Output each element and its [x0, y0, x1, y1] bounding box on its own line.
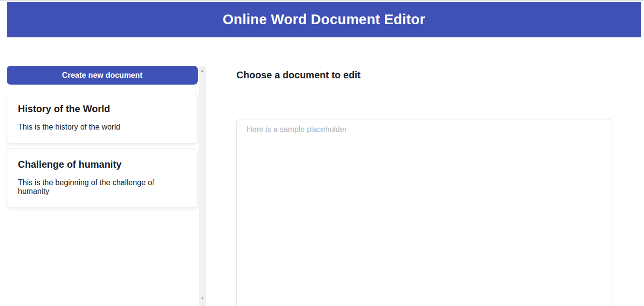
- document-card-title: History of the World: [18, 103, 187, 115]
- document-card-description: This is the beginning of the challenge o…: [18, 178, 187, 196]
- sidebar: Create new document History of the World…: [7, 66, 198, 213]
- main-heading: Choose a document to edit: [236, 70, 361, 81]
- document-card[interactable]: History of the World This is the history…: [7, 93, 198, 144]
- create-document-button[interactable]: Create new document: [7, 66, 198, 85]
- scroll-up-icon[interactable]: ▲: [199, 67, 206, 74]
- page-header: Online Word Document Editor: [7, 2, 641, 38]
- top-border: [0, 0, 644, 1]
- app-title: Online Word Document Editor: [223, 12, 425, 28]
- sidebar-scrollbar[interactable]: ▲ ▼: [199, 66, 206, 306]
- document-card[interactable]: Challenge of humanity This is the beginn…: [7, 148, 198, 208]
- document-card-description: This is the history of the world: [18, 123, 187, 131]
- scroll-down-icon[interactable]: ▼: [199, 295, 206, 302]
- document-card-title: Challenge of humanity: [18, 159, 187, 170]
- document-editor-textarea[interactable]: [236, 119, 612, 306]
